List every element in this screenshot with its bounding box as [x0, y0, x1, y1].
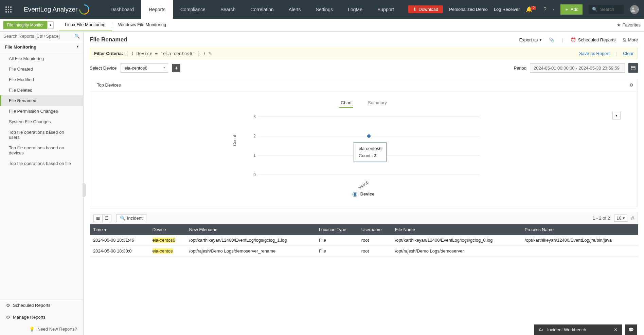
- chart-legend: Device: [104, 191, 624, 197]
- table-header[interactable]: Process Name: [521, 224, 638, 235]
- nav-correlation[interactable]: Correlation: [243, 0, 281, 19]
- sidebar-item[interactable]: Top file operations based on users: [0, 127, 83, 143]
- sidebar-item[interactable]: File Deleted: [0, 85, 83, 95]
- logo[interactable]: EventLog Analyzer: [17, 4, 96, 15]
- incident-icon: 🔍: [120, 216, 125, 221]
- sidebar-item[interactable]: File Created: [0, 64, 83, 74]
- fim-button[interactable]: File Integrity Monitor: [3, 21, 47, 29]
- table-header[interactable]: Time ▼: [90, 224, 149, 235]
- nav-support[interactable]: Support: [370, 0, 401, 19]
- chat-icon[interactable]: 💬: [625, 324, 637, 335]
- edit-filter-icon[interactable]: ✎: [208, 51, 212, 56]
- personalized-demo-link[interactable]: Personalized Demo: [449, 7, 487, 12]
- period-label: Period: [514, 66, 526, 71]
- chevron-down-icon: ▾: [77, 44, 78, 50]
- svg-text:1: 1: [253, 153, 256, 158]
- table-header[interactable]: Location Type: [316, 224, 358, 235]
- need-new-reports[interactable]: 💡Need New Reports?: [0, 323, 83, 335]
- fim-dropdown[interactable]: ▾: [47, 21, 54, 29]
- save-as-report-link[interactable]: Save as Report: [579, 51, 610, 56]
- log-receiver-link[interactable]: Log Receiver: [494, 7, 520, 12]
- nav-compliance[interactable]: Compliance: [173, 0, 213, 19]
- nav-settings[interactable]: Settings: [308, 0, 341, 19]
- nav-search[interactable]: Search: [213, 0, 243, 19]
- main-nav: DashboardReportsComplianceSearchCorrelat…: [103, 0, 401, 19]
- table-header[interactable]: Device: [149, 224, 186, 235]
- more-icon: ⎘: [623, 37, 626, 42]
- sidebar-item[interactable]: File Renamed: [0, 95, 83, 106]
- favorites-link[interactable]: ★ Favorites: [617, 22, 641, 27]
- star-icon: ★: [617, 22, 621, 27]
- y-axis-label: Count: [232, 135, 237, 146]
- table-row[interactable]: 2024-05-08 18:30:0ela-centos/opt/rajesh/…: [90, 246, 638, 257]
- sidebar-manage-reports[interactable]: ⚙Manage Reports: [0, 311, 83, 323]
- columns-icon[interactable]: ⎙: [631, 216, 634, 221]
- apps-icon[interactable]: [0, 6, 17, 13]
- panel-settings-icon[interactable]: ⚙: [625, 80, 638, 90]
- grid-view-button[interactable]: ▦: [93, 215, 103, 222]
- export-button[interactable]: Export as ▾: [519, 37, 541, 42]
- add-device-button[interactable]: ＋: [172, 64, 180, 72]
- nav-alerts[interactable]: Alerts: [281, 0, 308, 19]
- svg-text:2: 2: [253, 134, 256, 138]
- table-header[interactable]: New Filename: [186, 224, 316, 235]
- table-toolbar: ▦ ☰ 🔍 Incident 1 - 2 of 2 10 ▾ ⎙: [90, 212, 638, 224]
- user-avatar[interactable]: ▾: [630, 5, 639, 14]
- table-header[interactable]: Username: [358, 224, 392, 235]
- sidebar-item[interactable]: System File Changes: [0, 116, 83, 127]
- global-search[interactable]: 🔍: [589, 5, 624, 14]
- device-select[interactable]: ela-centos6: [121, 63, 168, 73]
- list-view-button[interactable]: ☰: [103, 215, 111, 222]
- filter-label: Filter Criteria:: [94, 51, 123, 56]
- period-input[interactable]: 2024-05-01 00:00:00 - 2024-05-30 23:59:5…: [530, 63, 625, 73]
- results-table: Time ▼DeviceNew FilenameLocation TypeUse…: [90, 224, 638, 257]
- incident-workbench-bar[interactable]: 🗂 Incident Workbench ✕: [534, 324, 622, 335]
- incident-button[interactable]: 🔍 Incident: [116, 214, 146, 222]
- summary-tab[interactable]: Summary: [366, 98, 388, 108]
- page-size-select[interactable]: 10 ▾: [614, 215, 627, 222]
- clear-filter-link[interactable]: Clear: [623, 51, 633, 56]
- chart-tooltip: ela-centos6 Count : 2: [354, 142, 387, 162]
- nav-dashboard[interactable]: Dashboard: [103, 0, 141, 19]
- page-title: File Renamed: [90, 36, 127, 43]
- filter-expression: ( ( Device = "ela-centos6" ) ): [126, 51, 205, 56]
- pin-icon[interactable]: 📎: [549, 37, 554, 42]
- table-row[interactable]: 2024-05-08 18:31:46ela-centos6/opt/karth…: [90, 235, 638, 246]
- sidebar-scheduled-reports[interactable]: ⚙Scheduled Reports: [0, 299, 83, 311]
- help-icon[interactable]: ?: [543, 6, 547, 13]
- chart-tab[interactable]: Chart: [339, 98, 353, 108]
- scheduled-reports-button[interactable]: ⏰Scheduled Reports: [571, 37, 616, 42]
- subnav-linux[interactable]: Linux File Monitoring: [59, 19, 112, 31]
- chart-panel: Top Devices ⚙ Chart Summary ▾ Count: [90, 79, 638, 207]
- plus-icon: ＋: [565, 6, 569, 13]
- close-icon[interactable]: ✕: [614, 327, 618, 332]
- gear-icon: ⚙: [6, 303, 10, 308]
- pagination-range: 1 - 2 of 2: [593, 216, 610, 221]
- add-button[interactable]: ＋Add: [560, 4, 583, 15]
- filter-bar: Filter Criteria: ( ( Device = "ela-cento…: [90, 48, 638, 59]
- calendar-button[interactable]: [628, 63, 638, 73]
- svg-point-11: [367, 134, 371, 138]
- sidebar-item[interactable]: All File Monitoring: [0, 53, 83, 64]
- nav-reports[interactable]: Reports: [141, 0, 173, 19]
- content: File Renamed Export as ▾ 📎 | ⏰Scheduled …: [84, 32, 644, 335]
- panel-tab-top-devices[interactable]: Top Devices: [90, 79, 128, 91]
- sidebar-collapse-handle[interactable]: [83, 183, 86, 197]
- download-button[interactable]: ⬇ Download: [408, 5, 443, 13]
- global-search-input[interactable]: [600, 7, 621, 12]
- sidebar-item[interactable]: Top file operations based on file: [0, 158, 83, 169]
- sidebar-group[interactable]: File Monitoring ▾: [0, 41, 83, 53]
- notifications-icon[interactable]: 🔔2: [526, 6, 537, 13]
- subnav-windows[interactable]: Windows File Monitoring: [112, 19, 173, 31]
- table-header[interactable]: File Name: [392, 224, 521, 235]
- search-icon[interactable]: 🔍: [74, 34, 80, 39]
- sidebar-item[interactable]: File Permission Changes: [0, 106, 83, 116]
- more-button[interactable]: ⎘More: [623, 37, 638, 42]
- gear-icon: ⚙: [6, 315, 10, 320]
- chart-expand-button[interactable]: ▾: [612, 112, 621, 119]
- sidebar-item[interactable]: File Modified: [0, 74, 83, 85]
- nav-logme[interactable]: LogMe: [340, 0, 370, 19]
- sidebar-search-input[interactable]: [3, 34, 74, 39]
- sidebar-item[interactable]: Top file operations based on devices: [0, 143, 83, 158]
- svg-text:3: 3: [253, 114, 256, 119]
